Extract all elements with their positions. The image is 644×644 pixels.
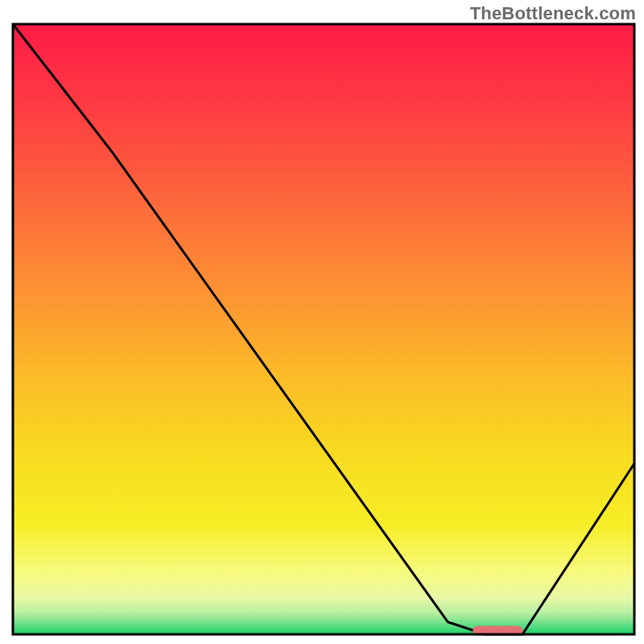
bottleneck-chart: TheBottleneck.com (0, 0, 644, 644)
watermark-text: TheBottleneck.com (470, 3, 636, 24)
chart-svg (0, 0, 644, 644)
chart-gradient-background (13, 24, 634, 634)
